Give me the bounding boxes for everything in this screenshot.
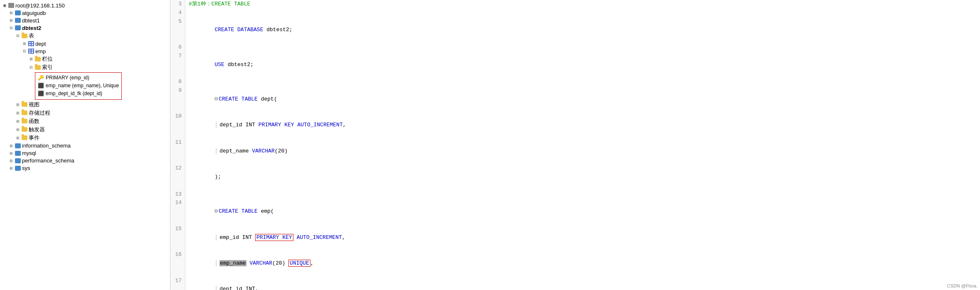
col-deptname-11: dept_name	[219, 148, 252, 154]
sidebar-item-information-schema[interactable]: ⊞ information_schema	[0, 142, 170, 150]
watermark: CSDN @Flora.	[947, 283, 978, 288]
pipe-15: │	[214, 234, 218, 241]
db-icon-perfschema	[15, 157, 21, 164]
sidebar-item-triggers[interactable]: ⊞ 触发器	[0, 125, 170, 134]
events-expand-icon: ⊞	[15, 135, 21, 141]
expand-btn-9: ⊟	[214, 96, 218, 102]
index-row-empname: ⬛ emp_name (emp_name), Unique	[38, 82, 119, 90]
sidebar-item-views[interactable]: ⊞ 视图	[0, 101, 170, 109]
sidebar-item-emp[interactable]: ⊟ emp	[0, 47, 170, 55]
server-icon	[8, 2, 15, 9]
information-schema-label: information_schema	[22, 143, 71, 149]
columns-label: 栏位	[42, 55, 53, 63]
db-icon-dbtest2	[15, 25, 21, 31]
atguigudb-expand-icon: ⊞	[8, 10, 14, 16]
line-num-14: 14	[170, 199, 185, 224]
views-expand-icon: ⊞	[15, 102, 21, 108]
pipe-11: │	[214, 148, 218, 154]
sidebar-item-dept[interactable]: ⊞ dept	[0, 40, 170, 47]
line-num-8: 8	[170, 78, 185, 86]
db-icon-mysql	[15, 150, 21, 157]
db-icon-infschema	[15, 143, 21, 149]
line-num-5: 5	[170, 17, 185, 43]
code-line-17: 17 │dept_id INT,	[170, 277, 980, 290]
indexes-expand-icon: ⊟	[28, 64, 34, 70]
editor-panel[interactable]: 3 #第1种：CREATE TABLE 4 5 CREATE DATABASE …	[170, 0, 980, 290]
line-content-8	[185, 78, 980, 86]
sidebar-item-functions[interactable]: ⊞ 函数	[0, 117, 170, 125]
highlight-primary-key-15: PRIMARY KEY	[255, 234, 293, 241]
sidebar-item-procedures[interactable]: ⊞ 存储过程	[0, 109, 170, 117]
line-content-17: │dept_id INT,	[185, 277, 980, 290]
folder-icon-tables	[21, 32, 28, 39]
folder-icon-triggers	[21, 126, 28, 133]
line-num-17: 17	[170, 277, 185, 290]
atguigudb-label: atguigudb	[22, 10, 46, 16]
line-num-3: 3	[170, 0, 185, 9]
highlight-unique-16: UNIQUE	[288, 260, 310, 267]
sys-label: sys	[22, 165, 30, 171]
perfschema-expand-icon: ⊞	[8, 158, 14, 164]
columns-expand-icon: ⊞	[28, 56, 34, 62]
folder-icon-indexes	[34, 64, 41, 71]
triggers-expand-icon: ⊞	[15, 127, 21, 133]
procedures-label: 存储过程	[29, 109, 50, 117]
sidebar-item-dbtest1[interactable]: ⊞ dbtest1	[0, 17, 170, 24]
mysql-label: mysql	[22, 150, 36, 156]
sidebar-item-columns[interactable]: ⊞ 栏位	[0, 55, 170, 63]
views-label: 视图	[29, 101, 39, 108]
code-line-13: 13	[170, 190, 980, 199]
tname-dept-9: dept(	[261, 96, 277, 102]
line-content-11: │dept_name VARCHAR(20)	[185, 138, 980, 164]
sidebar-item-tables[interactable]: ⊟ 表	[0, 32, 170, 40]
events-label: 事件	[29, 134, 39, 142]
index-detail-box: 🔑 PRIMARY (emp_id) ⬛ emp_name (emp_name)…	[35, 72, 122, 100]
sys-expand-icon: ⊞	[8, 165, 14, 171]
sidebar-item-atguigudb[interactable]: ⊞ atguigudb	[0, 9, 170, 17]
table-icon-dept	[28, 40, 34, 47]
line-content-5: CREATE DATABASE dbtest2;	[185, 17, 980, 43]
sidebar-item-mysql[interactable]: ⊞ mysql	[0, 150, 170, 157]
comma-15: ,	[342, 234, 345, 241]
index-primary-label: PRIMARY (emp_id)	[46, 74, 89, 82]
line-content-12: );	[185, 164, 980, 190]
code-line-16: 16 │emp_name VARCHAR(20) UNIQUE,	[170, 251, 980, 276]
kw-use-7: USE	[214, 61, 227, 68]
code-line-4: 4	[170, 9, 980, 17]
kw-table-14: TABLE	[241, 208, 261, 214]
index-row-fk: ⬛ emp_dept_id_fk (dept_id)	[38, 90, 119, 98]
code-area: 3 #第1种：CREATE TABLE 4 5 CREATE DATABASE …	[170, 0, 980, 290]
sidebar-item-indexes[interactable]: ⊟ 索引	[0, 63, 170, 71]
code-line-5: 5 CREATE DATABASE dbtest2;	[170, 17, 980, 43]
triggers-label: 触发器	[29, 126, 45, 133]
code-line-14: 14 ⊟CREATE TABLE emp(	[170, 199, 980, 224]
kw-create-9: CREATE	[219, 96, 241, 102]
sidebar-item-sys[interactable]: ⊞ sys	[0, 165, 170, 172]
sidebar-item-events[interactable]: ⊞ 事件	[0, 134, 170, 142]
tree-root[interactable]: ▣ root@192.168.1.150	[0, 2, 170, 9]
code-line-6: 6	[170, 43, 980, 52]
tname-emp-14: emp(	[261, 208, 274, 214]
dept-expand-icon: ⊞	[22, 41, 27, 47]
varchar-size-11: (20)	[275, 148, 288, 154]
kw-create-5: CREATE	[214, 27, 237, 33]
folder-icon-procedures	[21, 110, 28, 116]
line-content-10: │dept_id INT PRIMARY KEY AUTO_INCREMENT,	[185, 112, 980, 138]
line-num-6: 6	[170, 43, 185, 52]
sidebar-item-perf-schema[interactable]: ⊞ performance_schema	[0, 157, 170, 165]
line-content-6	[185, 43, 980, 52]
line-num-7: 7	[170, 52, 185, 78]
dept-label: dept	[35, 41, 46, 47]
line-content-4	[185, 9, 980, 17]
db-icon-dbtest1	[15, 17, 21, 24]
line-num-10: 10	[170, 112, 185, 138]
code-line-7: 7 USE dbtest2;	[170, 52, 980, 78]
line-num-4: 4	[170, 9, 185, 17]
col-empid-15: emp_id INT	[219, 234, 255, 241]
code-line-3: 3 #第1种：CREATE TABLE	[170, 0, 980, 9]
col-deptid-10: dept_id INT	[219, 122, 259, 128]
sidebar-item-dbtest2[interactable]: ⊟ dbtest2	[0, 24, 170, 32]
code-line-8: 8	[170, 78, 980, 86]
emp-expand-icon: ⊟	[22, 48, 27, 54]
code-line-15: 15 │emp_id INT PRIMARY KEY AUTO_INCREMEN…	[170, 225, 980, 251]
